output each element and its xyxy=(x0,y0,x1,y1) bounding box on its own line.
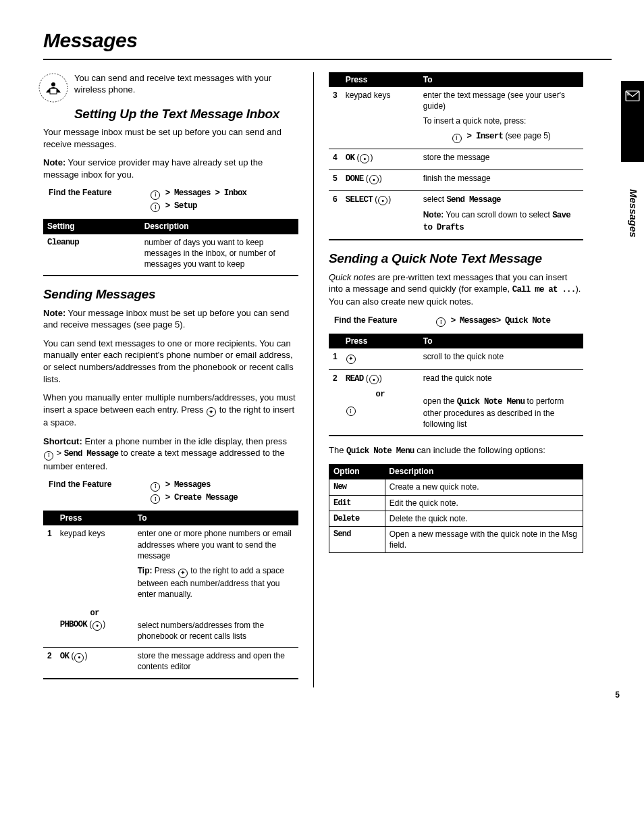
press-table-right: Press To 3 keypad keys enter the text me… xyxy=(329,72,583,241)
section3-title: Sending a Quick Note Text Message xyxy=(329,250,583,267)
find-feature-path: > Messages> Quick Note xyxy=(435,315,550,328)
th-press: Press xyxy=(342,72,419,87)
table-row: Cleanup number of days you want to keep … xyxy=(43,234,298,276)
to-cell: read the quick note open the Quick Note … xyxy=(419,369,583,436)
menu-key-icon xyxy=(346,407,356,416)
press-cell: OK () xyxy=(56,648,134,679)
th-setting: Setting xyxy=(43,219,140,234)
to-cell: select numbers/addresses from the phoneb… xyxy=(134,605,298,648)
section2-shortcut: Shortcut: Enter a phone number in the id… xyxy=(43,436,298,473)
table-row: 5 DONE () finish the message xyxy=(329,170,583,190)
left-column: You can send and receive text messages w… xyxy=(43,72,313,687)
press-cell: or PHBOOK () xyxy=(56,605,134,648)
right-column: Press To 3 keypad keys enter the text me… xyxy=(313,72,583,687)
step-num: 5 xyxy=(329,170,342,190)
section2-p1: You can send text messages to one or mor… xyxy=(43,338,298,385)
table-row: 4 OK () store the message xyxy=(329,149,583,170)
message-icon xyxy=(625,90,640,103)
section2-note: Note: Your message inbox must be set up … xyxy=(43,307,298,331)
opt-desc: Delete the quick note. xyxy=(385,511,583,526)
th-press: Press xyxy=(56,511,134,525)
side-black-tab xyxy=(621,81,644,162)
page-title: Messages xyxy=(43,27,612,55)
menu-key-icon xyxy=(436,317,446,327)
to-cell: scroll to the quick note xyxy=(419,348,583,369)
find-feature-1: Find the Feature > Messages > Inbox > Se… xyxy=(49,187,298,212)
title-rule xyxy=(43,59,612,60)
table-row: or PHBOOK () select numbers/addresses fr… xyxy=(43,605,298,648)
step-num: 2 xyxy=(329,369,342,436)
press-cell: DONE () xyxy=(342,170,419,190)
to-cell: store the message xyxy=(419,149,583,170)
find-feature-path: > Messages > Create Message xyxy=(150,479,238,504)
step-num: 4 xyxy=(329,149,342,170)
table-row: 2 OK () store the message address and op… xyxy=(43,648,298,679)
svg-point-6 xyxy=(51,82,55,86)
to-cell: store the message address and open the c… xyxy=(134,648,298,679)
press-cell: OK () xyxy=(342,149,419,170)
opt-name: Send xyxy=(329,526,385,552)
opt-desc: Create a new quick note. xyxy=(385,479,583,495)
step-num: 1 xyxy=(43,525,56,604)
menu-key-icon xyxy=(151,482,160,492)
to-cell: enter one or more phone numbers or email… xyxy=(134,525,298,604)
opt-desc: Edit the quick note. xyxy=(385,495,583,511)
th-to: To xyxy=(419,334,583,348)
press-cell: READ () or xyxy=(342,369,419,436)
th-to: To xyxy=(134,511,298,525)
menu-key-icon xyxy=(452,134,462,143)
nav-key-icon xyxy=(178,569,188,578)
center-key-icon xyxy=(378,196,387,205)
table-row: SendOpen a new message with the quick no… xyxy=(329,526,583,552)
table-row: 3 keypad keys enter the text message (se… xyxy=(329,87,583,149)
svg-rect-5 xyxy=(50,88,57,94)
press-cell: keypad keys xyxy=(342,87,419,149)
svg-rect-1 xyxy=(627,93,630,93)
setting-table: Setting Description Cleanup number of da… xyxy=(43,219,298,276)
table-row: 1 keypad keys enter one or more phone nu… xyxy=(43,525,298,604)
opt-name: Delete xyxy=(329,511,385,526)
th-blank xyxy=(329,72,342,87)
table-row: EditEdit the quick note. xyxy=(329,495,583,511)
to-cell: select Send Message Note: You can scroll… xyxy=(419,190,583,240)
options-table: Option Description NewCreate a new quick… xyxy=(329,464,583,553)
menu-key-icon xyxy=(44,451,53,461)
press-cell xyxy=(342,348,419,369)
opt-name: New xyxy=(329,479,385,495)
page-number: 5 xyxy=(615,689,620,700)
table-row: 6 SELECT () select Send Message Note: Yo… xyxy=(329,190,583,240)
find-feature-label: Find the Feature xyxy=(334,315,435,325)
opt-name: Edit xyxy=(329,495,385,511)
svg-rect-3 xyxy=(627,95,630,95)
step-num: 6 xyxy=(329,190,342,240)
section1-p1: Your message inbox must be set up before… xyxy=(43,126,298,150)
section2-title: Sending Messages xyxy=(43,286,298,303)
opt-desc: Open a new message with the quick note i… xyxy=(385,526,583,552)
step-num: 3 xyxy=(329,87,342,149)
th-blank xyxy=(329,334,342,348)
page: Messages Messages You can send and recei… xyxy=(0,0,644,714)
network-feature-icon xyxy=(38,72,69,107)
center-key-icon xyxy=(74,653,84,662)
table-row: 2 READ () or read the quick note open th… xyxy=(329,369,583,436)
find-feature-label: Find the Feature xyxy=(49,479,150,490)
quicknote-table: Press To 1 scroll to the quick note 2 RE… xyxy=(329,334,583,436)
setting-name: Cleanup xyxy=(43,234,140,276)
section1-title: Setting Up the Text Message Inbox xyxy=(43,105,298,123)
svg-rect-2 xyxy=(627,94,630,95)
section3-p1: Quick notes are pre-written text message… xyxy=(329,271,583,308)
step-num xyxy=(43,605,56,648)
setting-desc: number of days you want to keep messages… xyxy=(140,234,298,276)
th-blank xyxy=(43,511,56,525)
side-label: Messages xyxy=(626,189,640,238)
th-press: Press xyxy=(342,334,419,348)
find-feature-3: Find the Feature > Messages> Quick Note xyxy=(334,315,583,328)
center-key-icon xyxy=(369,175,379,184)
to-cell: enter the text message (see your user's … xyxy=(419,87,583,149)
th-description: Description xyxy=(140,219,298,234)
find-feature-2: Find the Feature > Messages > Create Mes… xyxy=(49,479,298,504)
find-feature-label: Find the Feature xyxy=(49,187,150,198)
nav-key-icon xyxy=(207,407,216,417)
menu-key-icon xyxy=(151,494,160,504)
menu-key-icon xyxy=(151,203,160,212)
